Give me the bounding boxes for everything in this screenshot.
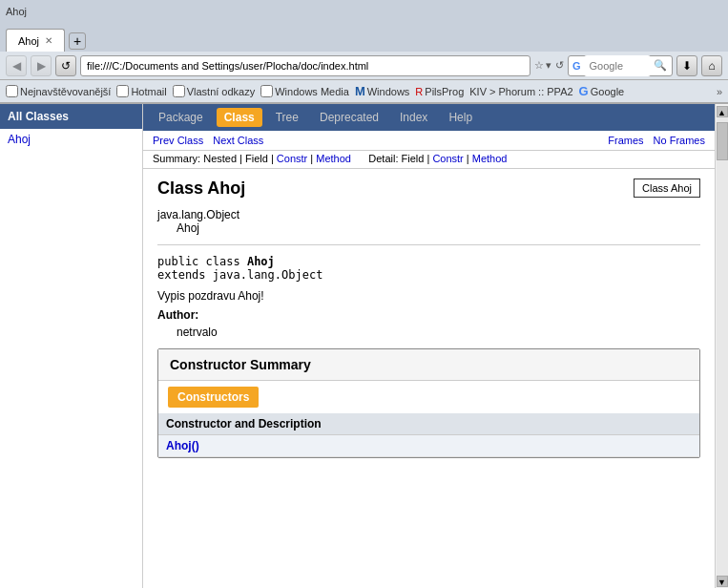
class-def-extends: extends java.lang.Object bbox=[157, 268, 322, 282]
summary-constr-link[interactable]: Constr bbox=[277, 153, 307, 164]
pilsprog-icon: R bbox=[415, 86, 423, 97]
nav-icons: ☆ ▾ ↺ bbox=[534, 59, 564, 72]
class-def-name: Ahoj bbox=[247, 255, 275, 268]
new-tab-button[interactable]: + bbox=[69, 32, 86, 50]
back-button[interactable]: ◀ bbox=[6, 55, 27, 76]
hierarchy-root: java.lang.Object bbox=[157, 208, 700, 221]
scroll-down-button[interactable]: ▼ bbox=[717, 576, 728, 587]
window-title: Ahoj bbox=[6, 6, 27, 17]
scroll-track[interactable] bbox=[717, 117, 728, 576]
tab-help[interactable]: Help bbox=[441, 108, 480, 127]
table-row: Ahoj() bbox=[158, 435, 699, 457]
forward-button[interactable]: ▶ bbox=[31, 55, 52, 76]
sidebar-header: All Classes bbox=[0, 104, 142, 129]
scroll-thumb[interactable] bbox=[717, 122, 728, 160]
summary-field: Field bbox=[245, 153, 268, 164]
bookmark-google[interactable]: G Google bbox=[579, 84, 625, 98]
bookmark-label-7: KIV > Phorum :: PPA2 bbox=[469, 86, 572, 97]
bookmark-checkbox-1[interactable] bbox=[6, 85, 18, 97]
class-def-prefix: public class bbox=[157, 255, 247, 268]
class-divider bbox=[157, 244, 700, 245]
class-hierarchy: java.lang.Object Ahoj bbox=[157, 208, 700, 235]
bookmark-hotmail[interactable]: Hotmail bbox=[116, 85, 166, 97]
bookmark-nejnavstevovanejsi[interactable]: Nejnavštěvovanější bbox=[6, 85, 111, 97]
author-label: Author: bbox=[157, 308, 700, 322]
tab-close-icon[interactable]: ✕ bbox=[45, 35, 52, 46]
tab-bar: Ahoj ✕ + bbox=[0, 23, 728, 52]
refresh-button[interactable]: ↺ bbox=[55, 55, 76, 76]
class-content: Class Ahoj Class Ahoj java.lang.Object A… bbox=[143, 169, 715, 477]
bookmark-label-5: Windows bbox=[367, 86, 410, 97]
download-button[interactable]: ⬇ bbox=[676, 55, 697, 76]
frames-link[interactable]: Frames bbox=[608, 135, 643, 146]
constructor-link[interactable]: Ahoj() bbox=[166, 439, 199, 452]
class-description: Vypis pozdravu Ahoj! bbox=[157, 289, 700, 303]
bookmark-label-6: PilsProg bbox=[425, 86, 464, 97]
bookmark-windows-media[interactable]: Windows Media bbox=[260, 85, 349, 97]
constructors-button[interactable]: Constructors bbox=[168, 387, 259, 408]
constructor-summary-title: Constructor Summary bbox=[158, 349, 699, 381]
refresh-small-icon: ↺ bbox=[555, 59, 564, 72]
home-button[interactable]: ⌂ bbox=[701, 55, 722, 76]
class-title: Class Ahoj bbox=[157, 178, 700, 199]
main-container: All Classes Ahoj Package Class Tree Depr… bbox=[0, 104, 728, 588]
class-diagram-box: Class Ahoj bbox=[634, 178, 700, 198]
next-class-link[interactable]: Next Class bbox=[213, 135, 263, 146]
bookmark-label-8: Google bbox=[591, 86, 624, 97]
tab-class[interactable]: Class bbox=[217, 108, 262, 127]
star-dropdown-icon: ▾ bbox=[546, 59, 551, 72]
summary-label: Summary: bbox=[153, 153, 200, 164]
bookmark-label-3: Vlastní odkazy bbox=[187, 86, 256, 97]
javadoc-nav: Package Class Tree Deprecated Index Help bbox=[143, 104, 715, 131]
navigation-bar: ◀ ▶ ↺ ☆ ▾ ↺ G 🔍 ⬇ ⌂ bbox=[0, 52, 728, 80]
table-header-constructor: Constructor and Description bbox=[158, 413, 699, 435]
constructor-summary-section: Constructor Summary Constructors Constru… bbox=[157, 348, 700, 458]
bookmark-label-1: Nejnavštěvovanější bbox=[20, 86, 111, 97]
constructors-btn-container: Constructors bbox=[158, 381, 699, 413]
hierarchy-child: Ahoj bbox=[177, 221, 700, 235]
more-bookmarks-button[interactable]: » bbox=[717, 86, 722, 97]
constructor-summary-table: Constructor and Description Ahoj() bbox=[158, 413, 699, 457]
table-cell-constructor: Ahoj() bbox=[158, 435, 699, 457]
detail-method-link[interactable]: Method bbox=[472, 153, 508, 164]
prev-class-link[interactable]: Prev Class bbox=[153, 135, 203, 146]
scroll-up-button[interactable]: ▲ bbox=[717, 106, 728, 117]
class-nav: Prev Class Next Class Frames No Frames bbox=[143, 131, 715, 151]
tab-index[interactable]: Index bbox=[392, 108, 435, 127]
class-definition: public class Ahoj extends java.lang.Obje… bbox=[157, 255, 700, 282]
scrollbar[interactable]: ▲ ▼ bbox=[715, 104, 728, 588]
sidebar-item-ahoj[interactable]: Ahoj bbox=[0, 129, 142, 150]
bookmark-vlastni-odkazy[interactable]: Vlastní odkazy bbox=[173, 85, 256, 97]
bookmark-label-2: Hotmail bbox=[131, 86, 166, 97]
bookmark-checkbox-4[interactable] bbox=[260, 85, 273, 97]
search-icon: 🔍 bbox=[654, 59, 667, 72]
tab-label: Ahoj bbox=[18, 35, 39, 47]
summary-method-link[interactable]: Method bbox=[316, 153, 351, 164]
star-icon: ☆ bbox=[534, 59, 544, 72]
bookmark-checkbox-3[interactable] bbox=[173, 85, 185, 97]
detail-constr-link[interactable]: Constr bbox=[432, 153, 463, 164]
content-area: Package Class Tree Deprecated Index Help… bbox=[143, 104, 715, 588]
google-bookmark-icon: G bbox=[579, 84, 589, 98]
google-icon: G bbox=[572, 60, 581, 72]
bookmark-pilsprog[interactable]: R PilsProg bbox=[415, 86, 464, 97]
bookmark-checkbox-2[interactable] bbox=[116, 85, 129, 97]
tab-tree[interactable]: Tree bbox=[268, 108, 306, 127]
detail-field: Field bbox=[402, 153, 425, 164]
tab-package[interactable]: Package bbox=[151, 108, 211, 127]
sidebar-link-ahoj[interactable]: Ahoj bbox=[8, 133, 31, 146]
search-input[interactable] bbox=[584, 55, 651, 76]
bookmark-label-4: Windows Media bbox=[275, 86, 349, 97]
summary-nested: Nested bbox=[203, 153, 237, 164]
bookmark-kiv-phorum[interactable]: KIV > Phorum :: PPA2 bbox=[469, 86, 572, 97]
address-bar[interactable] bbox=[80, 55, 530, 76]
bookmark-windows[interactable]: M Windows bbox=[355, 84, 409, 98]
sidebar: All Classes Ahoj bbox=[0, 104, 143, 588]
no-frames-link[interactable]: No Frames bbox=[654, 135, 705, 146]
author-value: netrvalo bbox=[177, 326, 700, 339]
tab-deprecated[interactable]: Deprecated bbox=[312, 108, 386, 127]
windows-icon: M bbox=[355, 84, 365, 98]
detail-label: Detail: bbox=[368, 153, 398, 164]
bookmarks-bar: Nejnavštěvovanější Hotmail Vlastní odkaz… bbox=[0, 80, 728, 103]
browser-tab[interactable]: Ahoj ✕ bbox=[6, 29, 65, 52]
